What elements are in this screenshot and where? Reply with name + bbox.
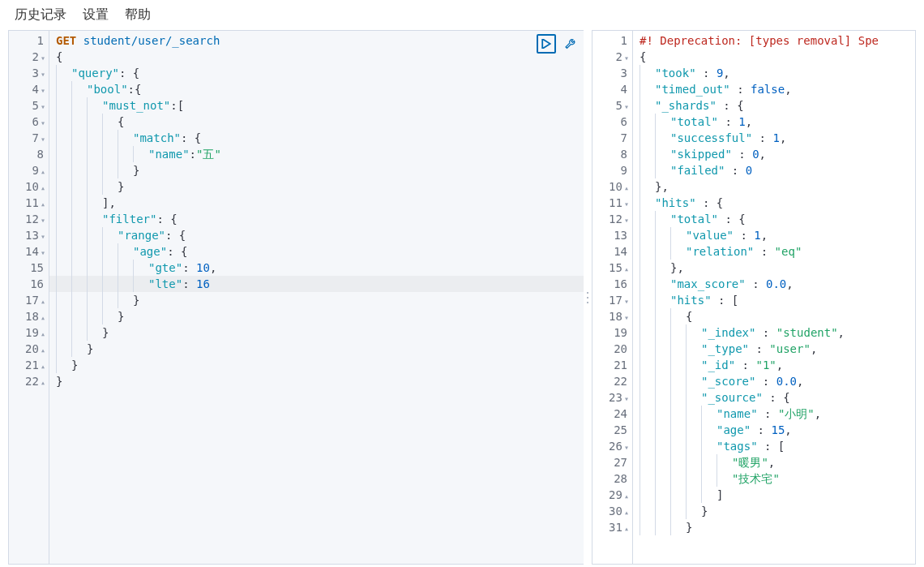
code-line: "_id" : "1", (640, 357, 915, 373)
code-line: "技术宅" (640, 470, 915, 487)
code-line: { (56, 114, 584, 130)
gutter-line: 17 (9, 292, 49, 308)
code-line: } (640, 519, 915, 535)
gutter-line: 12 (592, 211, 632, 227)
gutter-line: 15 (592, 260, 632, 276)
code-line: } (56, 308, 584, 324)
gutter-line: 23 (592, 389, 632, 406)
code-line: } (640, 503, 915, 519)
code-line: "successful" : 1, (640, 130, 915, 146)
code-line: "age": { (56, 243, 584, 260)
code-line: "range": { (56, 227, 584, 243)
code-line: } (56, 162, 584, 178)
code-line: ] (640, 487, 915, 503)
gutter-line: 9 (592, 162, 632, 178)
gutter-line: 4 (9, 81, 49, 97)
code-line: "hits" : [ (640, 292, 915, 308)
code-line: "skipped" : 0, (640, 146, 915, 162)
gutter-line: 16 (592, 276, 632, 292)
wrench-icon (563, 37, 575, 50)
code-line: "age" : 15, (640, 422, 915, 438)
code-line: "_source" : { (640, 389, 915, 406)
code-line: "failed" : 0 (640, 162, 915, 178)
response-code: #! Deprecation: [types removal] Spe{ "to… (633, 31, 915, 564)
code-line: } (56, 324, 584, 341)
code-line: } (56, 178, 584, 195)
code-line: } (56, 341, 584, 357)
gutter-line: 14 (592, 243, 632, 260)
request-action-bar (537, 34, 579, 54)
code-line: "total" : { (640, 211, 915, 227)
gutter-line: 20 (9, 341, 49, 357)
code-line: "_type" : "user", (640, 341, 915, 357)
toolbar-help[interactable]: 帮助 (125, 6, 151, 24)
code-line: ], (56, 195, 584, 211)
options-button[interactable] (559, 34, 579, 54)
response-viewer[interactable]: 1234567891011121314151617181920212223242… (592, 30, 916, 565)
gutter-line: 11 (592, 195, 632, 211)
request-editor[interactable]: 12345678910111213141516171819202122 GET … (8, 30, 584, 565)
code-line: }, (640, 260, 915, 276)
code-line: }, (640, 178, 915, 195)
panes: 12345678910111213141516171819202122 GET … (0, 30, 924, 565)
code-line: "value" : 1, (640, 227, 915, 243)
code-line: } (56, 373, 584, 389)
response-gutter: 1234567891011121314151617181920212223242… (592, 31, 633, 564)
code-line: } (56, 357, 584, 373)
code-line: "gte": 10, (56, 260, 584, 276)
gutter-line: 24 (592, 406, 632, 422)
toolbar-settings[interactable]: 设置 (83, 6, 109, 24)
gutter-line: 13 (9, 227, 49, 243)
gutter-line: 28 (592, 470, 632, 487)
code-line: "must_not":[ (56, 97, 584, 114)
gutter-line: 22 (592, 373, 632, 389)
gutter-line: 4 (592, 81, 632, 97)
gutter-line: 13 (592, 227, 632, 243)
toolbar-history[interactable]: 历史记录 (15, 6, 66, 24)
svg-point-1 (587, 297, 588, 299)
code-line: "tags" : [ (640, 438, 915, 454)
gutter-line: 15 (9, 260, 49, 276)
code-line: "took" : 9, (640, 65, 915, 81)
code-line: "lte": 16 (56, 276, 584, 292)
gutter-line: 5 (9, 97, 49, 114)
toolbar: 历史记录 设置 帮助 (0, 0, 924, 30)
play-icon (541, 39, 551, 49)
code-line: "bool":{ (56, 81, 584, 97)
run-button[interactable] (537, 34, 556, 54)
code-line: "query": { (56, 65, 584, 81)
pane-splitter[interactable] (584, 30, 592, 565)
gutter-line: 5 (592, 97, 632, 114)
code-line: "hits" : { (640, 195, 915, 211)
gutter-line: 1 (592, 32, 632, 49)
gutter-line: 8 (592, 146, 632, 162)
gutter-line: 7 (592, 130, 632, 146)
gutter-line: 12 (9, 211, 49, 227)
svg-point-0 (587, 292, 588, 294)
gutter-line: 7 (9, 130, 49, 146)
gutter-line: 18 (592, 308, 632, 324)
gutter-line: 17 (592, 292, 632, 308)
gutter-line: 21 (9, 357, 49, 373)
gutter-line: 21 (592, 357, 632, 373)
code-line: GET student/user/_search (56, 32, 584, 49)
gutter-line: 6 (592, 114, 632, 130)
code-line: "filter": { (56, 211, 584, 227)
code-line: { (56, 49, 584, 65)
code-line: "timed_out" : false, (640, 81, 915, 97)
gutter-line: 8 (9, 146, 49, 162)
gutter-line: 19 (9, 324, 49, 341)
gutter-line: 2 (592, 49, 632, 65)
code-line: } (56, 292, 584, 308)
code-line: "name":"五" (56, 146, 584, 162)
code-line: "max_score" : 0.0, (640, 276, 915, 292)
gutter-line: 31 (592, 519, 632, 535)
request-code[interactable]: GET student/user/_search{ "query": { "bo… (49, 31, 584, 564)
gutter-line: 30 (592, 503, 632, 519)
code-line: "_index" : "student", (640, 324, 915, 341)
code-line: #! Deprecation: [types removal] Spe (640, 32, 915, 49)
gutter-line: 3 (592, 65, 632, 81)
gutter-line: 1 (9, 32, 49, 49)
code-line: { (640, 308, 915, 324)
gutter-line: 6 (9, 114, 49, 130)
